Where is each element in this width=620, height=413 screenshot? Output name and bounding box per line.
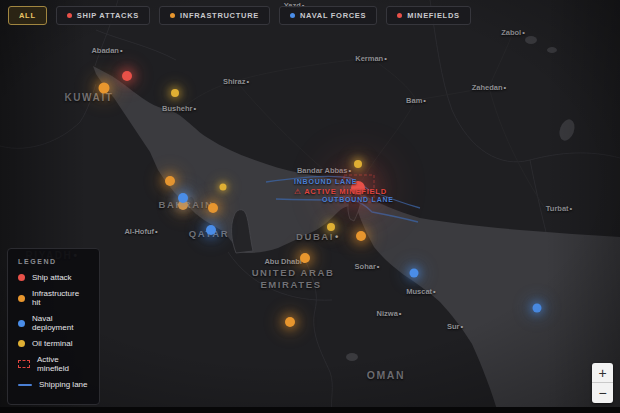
infrastructure-dot-icon xyxy=(170,13,175,18)
legend-item-infrastructure-hit: Infrastructure hit xyxy=(18,289,89,307)
naval-deployment-dot-icon xyxy=(18,320,25,327)
ship-attacks-dot-icon xyxy=(67,13,72,18)
legend-item-label: Ship attack xyxy=(32,273,72,282)
ship-attack-dot-icon xyxy=(18,274,25,281)
filter-button-naval-forces[interactable]: NAVAL FORCES xyxy=(279,6,377,25)
minefield-rect-icon xyxy=(18,360,30,368)
filter-label: ALL xyxy=(19,11,36,20)
infrastructure-hit-dot-icon xyxy=(18,295,25,302)
filter-label: MINEFIELDS xyxy=(407,11,459,20)
active-minefield-label: ⚠ ACTIVE MINEFIELD xyxy=(294,187,387,196)
filter-label: NAVAL FORCES xyxy=(300,11,366,20)
shipping-lane-icon xyxy=(18,384,32,386)
legend-item-label: Oil terminal xyxy=(32,339,72,348)
legend-item-naval-deployment: Naval deployment xyxy=(18,314,89,332)
filter-button-all[interactable]: ALL xyxy=(8,6,47,25)
legend-item-oil-terminal: Oil terminal xyxy=(18,339,89,348)
zoom-out-button[interactable]: − xyxy=(592,383,613,403)
filter-button-minefields[interactable]: MINEFIELDS xyxy=(386,6,470,25)
filter-label: INFRASTRUCTURE xyxy=(180,11,259,20)
filter-button-ship-attacks[interactable]: SHIP ATTACKS xyxy=(56,6,150,25)
legend-item-label: Infrastructure hit xyxy=(32,289,89,307)
filter-label: SHIP ATTACKS xyxy=(77,11,139,20)
legend-item-label: Shipping lane xyxy=(39,380,87,389)
legend-item-ship-attack: Ship attack xyxy=(18,273,89,282)
filter-toolbar: ALLSHIP ATTACKSINFRASTRUCTURENAVAL FORCE… xyxy=(8,6,471,25)
legend-panel: LEGEND Ship attackInfrastructure hitNava… xyxy=(7,248,100,405)
legend-item-label: Naval deployment xyxy=(32,314,89,332)
legend-item-active-minefield: Active minefield xyxy=(18,355,89,373)
zoom-in-button[interactable]: + xyxy=(592,363,613,383)
legend-item-shipping-lane: Shipping lane xyxy=(18,380,89,389)
minefields-dot-icon xyxy=(397,13,402,18)
conflict-map-app: Abadan•Bushehr•Shiraz•Yazd•Kerman•Zabol•… xyxy=(0,0,620,413)
legend-title: LEGEND xyxy=(18,258,89,265)
legend-item-label: Active minefield xyxy=(37,355,89,373)
naval-forces-dot-icon xyxy=(290,13,295,18)
outbound-lane-label: OUTBOUND LANE xyxy=(322,196,394,203)
inbound-lane-label: INBOUND LANE xyxy=(294,178,357,185)
bottom-strip xyxy=(0,407,620,413)
zoom-controls: + − xyxy=(592,363,613,403)
filter-button-infrastructure[interactable]: INFRASTRUCTURE xyxy=(159,6,270,25)
oil-terminal-dot-icon xyxy=(18,340,25,347)
legend-items: Ship attackInfrastructure hitNaval deplo… xyxy=(18,273,89,389)
